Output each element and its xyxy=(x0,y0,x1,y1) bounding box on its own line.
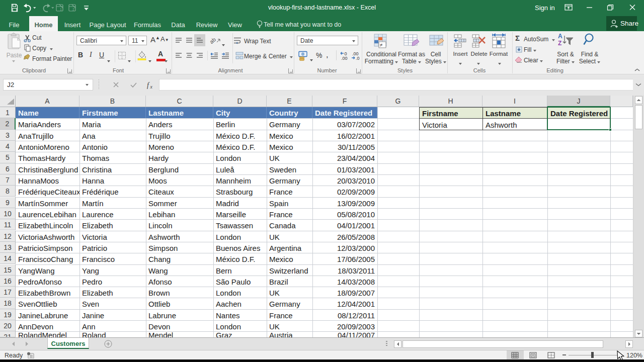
svg-text:ab: ab xyxy=(210,36,217,45)
svg-text:f: f xyxy=(147,81,150,89)
svg-text:A: A xyxy=(558,33,562,40)
svg-text:≠: ≠ xyxy=(380,42,383,48)
svg-text:Z: Z xyxy=(558,40,561,47)
svg-text:.00: .00 xyxy=(341,56,348,60)
svg-text:.0: .0 xyxy=(356,56,360,60)
svg-text:x: x xyxy=(150,84,153,89)
